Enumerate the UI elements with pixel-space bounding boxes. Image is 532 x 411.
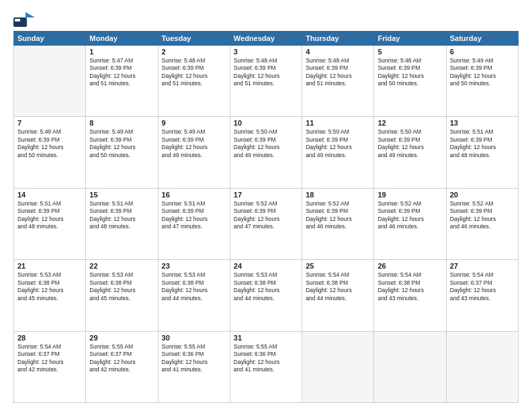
day-cell	[374, 331, 446, 402]
day-cell: 4Sunrise: 5:48 AMSunset: 6:39 PMDaylight…	[302, 46, 374, 117]
day-detail: Sunrise: 5:48 AMSunset: 6:39 PMDaylight:…	[162, 57, 226, 88]
day-cell: 21Sunrise: 5:53 AMSunset: 6:38 PMDayligh…	[14, 260, 86, 331]
day-cell: 6Sunrise: 5:49 AMSunset: 6:39 PMDaylight…	[446, 46, 518, 117]
svg-marker-1	[26, 12, 35, 17]
day-detail: Sunrise: 5:48 AMSunset: 6:39 PMDaylight:…	[378, 57, 442, 88]
day-cell: 15Sunrise: 5:51 AMSunset: 6:39 PMDayligh…	[86, 188, 158, 259]
day-cell: 29Sunrise: 5:55 AMSunset: 6:37 PMDayligh…	[86, 331, 158, 402]
day-cell: 9Sunrise: 5:49 AMSunset: 6:39 PMDaylight…	[158, 117, 230, 188]
day-cell: 13Sunrise: 5:51 AMSunset: 6:39 PMDayligh…	[446, 117, 518, 188]
day-detail: Sunrise: 5:51 AMSunset: 6:39 PMDaylight:…	[17, 200, 82, 231]
day-cell: 5Sunrise: 5:48 AMSunset: 6:39 PMDaylight…	[374, 46, 446, 117]
day-number: 13	[450, 119, 515, 127]
day-number: 20	[450, 191, 515, 199]
day-cell: 20Sunrise: 5:52 AMSunset: 6:39 PMDayligh…	[446, 188, 518, 259]
day-cell: 25Sunrise: 5:54 AMSunset: 6:38 PMDayligh…	[302, 260, 374, 331]
header-saturday: Saturday	[446, 32, 518, 46]
day-number: 6	[450, 48, 515, 56]
day-detail: Sunrise: 5:54 AMSunset: 6:37 PMDaylight:…	[450, 271, 515, 302]
day-number: 29	[89, 334, 154, 342]
header-monday: Monday	[86, 32, 158, 46]
day-number: 16	[162, 191, 226, 199]
day-cell: 24Sunrise: 5:53 AMSunset: 6:38 PMDayligh…	[230, 260, 302, 331]
day-cell: 27Sunrise: 5:54 AMSunset: 6:37 PMDayligh…	[446, 260, 518, 331]
day-cell: 12Sunrise: 5:50 AMSunset: 6:39 PMDayligh…	[374, 117, 446, 188]
header-friday: Friday	[374, 32, 446, 46]
header-sunday: Sunday	[14, 32, 86, 46]
day-detail: Sunrise: 5:51 AMSunset: 6:39 PMDaylight:…	[162, 200, 226, 231]
day-cell: 31Sunrise: 5:55 AMSunset: 6:36 PMDayligh…	[230, 331, 302, 402]
day-cell: 8Sunrise: 5:49 AMSunset: 6:39 PMDaylight…	[86, 117, 158, 188]
day-number: 8	[89, 119, 154, 127]
day-detail: Sunrise: 5:49 AMSunset: 6:39 PMDaylight:…	[162, 128, 226, 159]
day-number: 1	[89, 48, 154, 56]
header-row: SundayMondayTuesdayWednesdayThursdayFrid…	[14, 32, 519, 46]
day-number: 17	[234, 191, 298, 199]
calendar-table: SundayMondayTuesdayWednesdayThursdayFrid…	[13, 31, 519, 403]
day-detail: Sunrise: 5:54 AMSunset: 6:38 PMDaylight:…	[378, 271, 442, 302]
day-number: 23	[162, 262, 226, 270]
day-cell: 28Sunrise: 5:54 AMSunset: 6:37 PMDayligh…	[14, 331, 86, 402]
day-cell: 7Sunrise: 5:49 AMSunset: 6:39 PMDaylight…	[14, 117, 86, 188]
day-number: 19	[378, 191, 442, 199]
day-detail: Sunrise: 5:50 AMSunset: 6:39 PMDaylight:…	[306, 128, 370, 159]
day-detail: Sunrise: 5:49 AMSunset: 6:39 PMDaylight:…	[450, 57, 515, 88]
week-row-2: 7Sunrise: 5:49 AMSunset: 6:39 PMDaylight…	[14, 117, 519, 188]
day-detail: Sunrise: 5:51 AMSunset: 6:39 PMDaylight:…	[89, 200, 154, 231]
day-cell: 26Sunrise: 5:54 AMSunset: 6:38 PMDayligh…	[374, 260, 446, 331]
day-detail: Sunrise: 5:53 AMSunset: 6:38 PMDaylight:…	[89, 271, 154, 302]
logo	[13, 12, 38, 27]
day-detail: Sunrise: 5:54 AMSunset: 6:37 PMDaylight:…	[17, 343, 82, 374]
day-cell: 10Sunrise: 5:50 AMSunset: 6:39 PMDayligh…	[230, 117, 302, 188]
day-detail: Sunrise: 5:48 AMSunset: 6:39 PMDaylight:…	[306, 57, 370, 88]
day-number: 3	[234, 48, 298, 56]
week-row-3: 14Sunrise: 5:51 AMSunset: 6:39 PMDayligh…	[14, 188, 519, 259]
header-tuesday: Tuesday	[158, 32, 230, 46]
day-detail: Sunrise: 5:53 AMSunset: 6:38 PMDaylight:…	[162, 271, 226, 302]
day-detail: Sunrise: 5:47 AMSunset: 6:39 PMDaylight:…	[89, 57, 154, 88]
day-number: 30	[162, 334, 226, 342]
logo-icon	[13, 12, 35, 27]
day-number: 2	[162, 48, 226, 56]
day-detail: Sunrise: 5:54 AMSunset: 6:38 PMDaylight:…	[306, 271, 370, 302]
day-detail: Sunrise: 5:52 AMSunset: 6:39 PMDaylight:…	[378, 200, 442, 231]
day-cell: 16Sunrise: 5:51 AMSunset: 6:39 PMDayligh…	[158, 188, 230, 259]
day-cell: 30Sunrise: 5:55 AMSunset: 6:36 PMDayligh…	[158, 331, 230, 402]
day-cell: 2Sunrise: 5:48 AMSunset: 6:39 PMDaylight…	[158, 46, 230, 117]
day-number: 28	[17, 334, 82, 342]
day-detail: Sunrise: 5:51 AMSunset: 6:39 PMDaylight:…	[450, 128, 515, 159]
day-number: 9	[162, 119, 226, 127]
day-cell: 22Sunrise: 5:53 AMSunset: 6:38 PMDayligh…	[86, 260, 158, 331]
day-cell	[302, 331, 374, 402]
day-detail: Sunrise: 5:53 AMSunset: 6:38 PMDaylight:…	[234, 271, 298, 302]
day-detail: Sunrise: 5:50 AMSunset: 6:39 PMDaylight:…	[234, 128, 298, 159]
header-wednesday: Wednesday	[230, 32, 302, 46]
day-number: 24	[234, 262, 298, 270]
day-detail: Sunrise: 5:55 AMSunset: 6:36 PMDaylight:…	[162, 343, 226, 374]
day-number: 26	[378, 262, 442, 270]
day-detail: Sunrise: 5:52 AMSunset: 6:39 PMDaylight:…	[234, 200, 298, 231]
day-detail: Sunrise: 5:49 AMSunset: 6:39 PMDaylight:…	[17, 128, 82, 159]
day-detail: Sunrise: 5:49 AMSunset: 6:39 PMDaylight:…	[89, 128, 154, 159]
day-number: 10	[234, 119, 298, 127]
day-number: 25	[306, 262, 370, 270]
day-detail: Sunrise: 5:55 AMSunset: 6:36 PMDaylight:…	[234, 343, 298, 374]
day-cell: 11Sunrise: 5:50 AMSunset: 6:39 PMDayligh…	[302, 117, 374, 188]
day-detail: Sunrise: 5:52 AMSunset: 6:39 PMDaylight:…	[306, 200, 370, 231]
day-detail: Sunrise: 5:48 AMSunset: 6:39 PMDaylight:…	[234, 57, 298, 88]
week-row-1: 1Sunrise: 5:47 AMSunset: 6:39 PMDaylight…	[14, 46, 519, 117]
day-cell: 18Sunrise: 5:52 AMSunset: 6:39 PMDayligh…	[302, 188, 374, 259]
calendar-page: SundayMondayTuesdayWednesdayThursdayFrid…	[0, 0, 532, 411]
day-cell	[446, 331, 518, 402]
day-number: 12	[378, 119, 442, 127]
week-row-5: 28Sunrise: 5:54 AMSunset: 6:37 PMDayligh…	[14, 331, 519, 402]
day-cell: 1Sunrise: 5:47 AMSunset: 6:39 PMDaylight…	[86, 46, 158, 117]
day-number: 4	[306, 48, 370, 56]
day-number: 14	[17, 191, 82, 199]
day-number: 11	[306, 119, 370, 127]
week-row-4: 21Sunrise: 5:53 AMSunset: 6:38 PMDayligh…	[14, 260, 519, 331]
day-number: 18	[306, 191, 370, 199]
day-number: 15	[89, 191, 154, 199]
day-cell: 14Sunrise: 5:51 AMSunset: 6:39 PMDayligh…	[14, 188, 86, 259]
day-number: 31	[234, 334, 298, 342]
